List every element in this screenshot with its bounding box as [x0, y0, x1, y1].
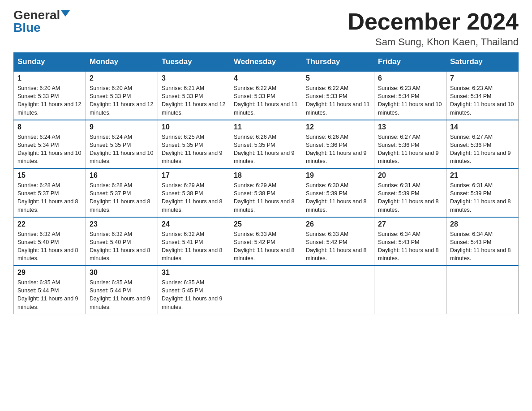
calendar-cell: 6 Sunrise: 6:23 AMSunset: 5:34 PMDayligh…	[374, 71, 446, 120]
day-info: Sunrise: 6:24 AMSunset: 5:34 PMDaylight:…	[17, 134, 81, 164]
calendar-cell: 20 Sunrise: 6:31 AMSunset: 5:39 PMDaylig…	[374, 168, 446, 217]
day-info: Sunrise: 6:29 AMSunset: 5:38 PMDaylight:…	[162, 182, 223, 213]
calendar-cell: 19 Sunrise: 6:30 AMSunset: 5:39 PMDaylig…	[302, 168, 374, 217]
calendar-header-row: SundayMondayTuesdayWednesdayThursdayFrid…	[14, 53, 519, 72]
logo-general: General	[13, 9, 60, 21]
day-info: Sunrise: 6:35 AMSunset: 5:44 PMDaylight:…	[17, 279, 78, 310]
day-number: 14	[450, 123, 515, 131]
month-title: December 2024	[348, 9, 519, 34]
calendar-cell: 27 Sunrise: 6:34 AMSunset: 5:43 PMDaylig…	[374, 217, 446, 266]
day-info: Sunrise: 6:29 AMSunset: 5:38 PMDaylight:…	[234, 182, 295, 213]
day-number: 24	[162, 220, 226, 228]
calendar-cell: 30 Sunrise: 6:35 AMSunset: 5:44 PMDaylig…	[86, 265, 158, 314]
day-number: 30	[90, 269, 154, 277]
day-number: 16	[90, 171, 154, 180]
day-info: Sunrise: 6:35 AMSunset: 5:45 PMDaylight:…	[162, 279, 223, 310]
calendar-cell: 13 Sunrise: 6:27 AMSunset: 5:36 PMDaylig…	[374, 120, 446, 169]
day-info: Sunrise: 6:22 AMSunset: 5:33 PMDaylight:…	[234, 85, 297, 116]
day-number: 29	[17, 269, 82, 277]
calendar-header-saturday: Saturday	[446, 53, 519, 72]
calendar-cell: 26 Sunrise: 6:33 AMSunset: 5:42 PMDaylig…	[302, 217, 374, 266]
day-info: Sunrise: 6:34 AMSunset: 5:43 PMDaylight:…	[378, 231, 439, 261]
day-number: 18	[234, 171, 298, 180]
calendar-week-1: 1 Sunrise: 6:20 AMSunset: 5:33 PMDayligh…	[14, 71, 519, 120]
day-info: Sunrise: 6:26 AMSunset: 5:35 PMDaylight:…	[234, 134, 295, 164]
day-info: Sunrise: 6:35 AMSunset: 5:44 PMDaylight:…	[90, 279, 150, 310]
day-info: Sunrise: 6:33 AMSunset: 5:42 PMDaylight:…	[234, 231, 295, 261]
day-number: 1	[17, 74, 82, 82]
day-info: Sunrise: 6:32 AMSunset: 5:40 PMDaylight:…	[17, 231, 78, 261]
day-number: 31	[162, 269, 226, 277]
day-info: Sunrise: 6:28 AMSunset: 5:37 PMDaylight:…	[90, 182, 150, 213]
calendar-week-2: 8 Sunrise: 6:24 AMSunset: 5:34 PMDayligh…	[14, 120, 519, 169]
calendar-header-tuesday: Tuesday	[158, 53, 230, 72]
day-info: Sunrise: 6:25 AMSunset: 5:35 PMDaylight:…	[162, 134, 223, 164]
calendar-cell: 23 Sunrise: 6:32 AMSunset: 5:40 PMDaylig…	[86, 217, 158, 266]
calendar-cell: 18 Sunrise: 6:29 AMSunset: 5:38 PMDaylig…	[230, 168, 302, 217]
logo: General Blue	[13, 9, 70, 34]
day-info: Sunrise: 6:34 AMSunset: 5:43 PMDaylight:…	[450, 231, 511, 261]
calendar-week-5: 29 Sunrise: 6:35 AMSunset: 5:44 PMDaylig…	[14, 265, 519, 314]
day-number: 25	[234, 220, 298, 228]
day-info: Sunrise: 6:31 AMSunset: 5:39 PMDaylight:…	[378, 182, 439, 213]
calendar-cell: 25 Sunrise: 6:33 AMSunset: 5:42 PMDaylig…	[230, 217, 302, 266]
calendar-cell: 16 Sunrise: 6:28 AMSunset: 5:37 PMDaylig…	[86, 168, 158, 217]
calendar-cell: 8 Sunrise: 6:24 AMSunset: 5:34 PMDayligh…	[14, 120, 86, 169]
day-number: 20	[378, 171, 442, 180]
calendar-cell	[230, 265, 302, 314]
day-info: Sunrise: 6:21 AMSunset: 5:33 PMDaylight:…	[162, 85, 225, 116]
day-number: 4	[234, 74, 298, 82]
day-number: 28	[450, 220, 515, 228]
calendar-cell: 24 Sunrise: 6:32 AMSunset: 5:41 PMDaylig…	[158, 217, 230, 266]
day-number: 3	[162, 74, 226, 82]
calendar-cell: 22 Sunrise: 6:32 AMSunset: 5:40 PMDaylig…	[14, 217, 86, 266]
day-info: Sunrise: 6:23 AMSunset: 5:34 PMDaylight:…	[378, 85, 442, 116]
calendar-header-thursday: Thursday	[302, 53, 374, 72]
day-info: Sunrise: 6:22 AMSunset: 5:33 PMDaylight:…	[306, 85, 369, 116]
day-number: 9	[90, 123, 154, 131]
calendar-header-monday: Monday	[86, 53, 158, 72]
day-number: 22	[17, 220, 82, 228]
day-info: Sunrise: 6:32 AMSunset: 5:40 PMDaylight:…	[90, 231, 150, 261]
calendar-cell: 2 Sunrise: 6:20 AMSunset: 5:33 PMDayligh…	[86, 71, 158, 120]
day-number: 10	[162, 123, 226, 131]
day-number: 6	[378, 74, 442, 82]
day-info: Sunrise: 6:33 AMSunset: 5:42 PMDaylight:…	[306, 231, 367, 261]
day-info: Sunrise: 6:31 AMSunset: 5:39 PMDaylight:…	[450, 182, 511, 213]
day-info: Sunrise: 6:20 AMSunset: 5:33 PMDaylight:…	[17, 85, 81, 116]
calendar-cell: 15 Sunrise: 6:28 AMSunset: 5:37 PMDaylig…	[14, 168, 86, 217]
day-number: 13	[378, 123, 442, 131]
day-number: 5	[306, 74, 370, 82]
day-number: 19	[306, 171, 370, 180]
day-info: Sunrise: 6:26 AMSunset: 5:36 PMDaylight:…	[306, 134, 367, 164]
calendar-header-sunday: Sunday	[14, 53, 86, 72]
day-number: 15	[17, 171, 82, 180]
calendar-cell: 12 Sunrise: 6:26 AMSunset: 5:36 PMDaylig…	[302, 120, 374, 169]
calendar-cell: 5 Sunrise: 6:22 AMSunset: 5:33 PMDayligh…	[302, 71, 374, 120]
calendar-cell: 14 Sunrise: 6:27 AMSunset: 5:36 PMDaylig…	[446, 120, 519, 169]
calendar-cell: 4 Sunrise: 6:22 AMSunset: 5:33 PMDayligh…	[230, 71, 302, 120]
day-info: Sunrise: 6:27 AMSunset: 5:36 PMDaylight:…	[450, 134, 511, 164]
logo-blue: Blue	[13, 21, 41, 34]
calendar-cell	[302, 265, 374, 314]
calendar-cell: 9 Sunrise: 6:24 AMSunset: 5:35 PMDayligh…	[86, 120, 158, 169]
day-info: Sunrise: 6:20 AMSunset: 5:33 PMDaylight:…	[90, 85, 153, 116]
day-number: 2	[90, 74, 154, 82]
day-info: Sunrise: 6:32 AMSunset: 5:41 PMDaylight:…	[162, 231, 223, 261]
calendar-cell: 1 Sunrise: 6:20 AMSunset: 5:33 PMDayligh…	[14, 71, 86, 120]
calendar-header-wednesday: Wednesday	[230, 53, 302, 72]
day-number: 7	[450, 74, 515, 82]
calendar-cell: 28 Sunrise: 6:34 AMSunset: 5:43 PMDaylig…	[446, 217, 519, 266]
day-number: 23	[90, 220, 154, 228]
day-number: 17	[162, 171, 226, 180]
subtitle: Sam Sung, Khon Kaen, Thailand	[348, 36, 519, 48]
day-info: Sunrise: 6:28 AMSunset: 5:37 PMDaylight:…	[17, 182, 78, 213]
calendar: SundayMondayTuesdayWednesdayThursdayFrid…	[13, 52, 519, 314]
calendar-cell	[374, 265, 446, 314]
day-info: Sunrise: 6:23 AMSunset: 5:34 PMDaylight:…	[450, 85, 514, 116]
calendar-cell: 10 Sunrise: 6:25 AMSunset: 5:35 PMDaylig…	[158, 120, 230, 169]
day-info: Sunrise: 6:24 AMSunset: 5:35 PMDaylight:…	[90, 134, 153, 164]
calendar-cell: 21 Sunrise: 6:31 AMSunset: 5:39 PMDaylig…	[446, 168, 519, 217]
logo-arrow-icon	[61, 10, 70, 17]
day-number: 12	[306, 123, 370, 131]
